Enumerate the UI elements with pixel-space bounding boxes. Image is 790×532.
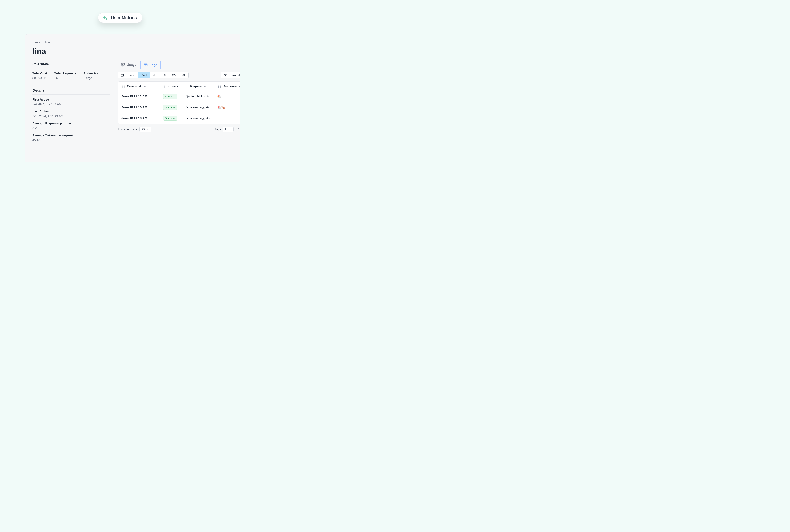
detail-label-first-active: First Active xyxy=(32,98,110,101)
show-filters-button[interactable]: Show Filte xyxy=(220,72,240,78)
page-of-label: of 1 xyxy=(235,128,240,131)
detail-value-avg-requests: 3.20 xyxy=(32,127,110,130)
calendar-icon xyxy=(121,74,124,77)
cell-created: June 18 11:10 AM xyxy=(121,116,163,120)
detail-label-last-active: Last Active xyxy=(32,110,110,113)
sort-icon xyxy=(144,84,146,88)
detail-value-avg-tokens: 45.1875 xyxy=(32,138,110,142)
sort-icon xyxy=(204,84,206,88)
cell-status: Success xyxy=(163,94,185,99)
tab-usage-label: Usage xyxy=(127,63,136,67)
svg-rect-9 xyxy=(121,74,124,76)
cell-status: Success xyxy=(163,105,185,110)
filter-icon xyxy=(224,74,227,77)
page-input[interactable]: 1 xyxy=(223,127,234,132)
detail-value-first-active: 5/9/2024, 4:27:44 AM xyxy=(32,102,110,106)
col-status[interactable]: ⋮⋮ Status xyxy=(163,84,185,88)
col-created-at[interactable]: ⋮⋮ Created At xyxy=(121,84,163,88)
col-response[interactable]: ⋮⋮ Response xyxy=(217,84,240,88)
table-row[interactable]: June 18 11:10 AM Success If chicken nugg… xyxy=(118,102,240,113)
cell-status: Success xyxy=(163,116,185,120)
cell-request: If junior chicken is … xyxy=(185,95,217,98)
tab-usage[interactable]: Usage xyxy=(118,61,140,69)
stat-label-total-requests: Total Requests xyxy=(54,72,76,75)
logs-table: ⋮⋮ Created At ⋮⋮ Status ⋮⋮ Requ xyxy=(118,81,240,124)
svg-rect-5 xyxy=(144,64,147,66)
user-metrics-title: User Metrics xyxy=(111,15,137,20)
cell-response: 🐔🍗 xyxy=(217,106,240,109)
stat-label-total-cost: Total Cost xyxy=(32,72,47,75)
drag-handle-icon: ⋮⋮ xyxy=(163,85,167,88)
drag-handle-icon: ⋮⋮ xyxy=(121,85,126,88)
sort-icon xyxy=(239,84,240,88)
svg-point-3 xyxy=(106,18,107,20)
breadcrumb: Users › lina xyxy=(32,41,240,44)
rows-per-page-select[interactable]: 25 xyxy=(139,127,152,132)
tab-logs-label: Logs xyxy=(150,63,157,67)
drag-handle-icon: ⋮⋮ xyxy=(217,85,221,88)
col-request[interactable]: ⋮⋮ Request xyxy=(185,84,217,88)
detail-label-avg-tokens: Average Tokens per request xyxy=(32,134,110,137)
table-row[interactable]: June 18 11:10 AM Success If chicken nugg… xyxy=(118,113,240,124)
cell-request: If chicken nuggets… xyxy=(185,106,217,109)
time-range-segmented: Custom 24H 7D 1M 3M All xyxy=(118,72,189,78)
cell-response: 🐔 xyxy=(217,95,240,98)
detail-label-avg-requests: Average Requests per day xyxy=(32,122,110,125)
stat-value-total-requests: 16 xyxy=(54,76,76,80)
user-metrics-badge: User Metrics xyxy=(98,13,142,23)
stat-value-active-for: 5 days xyxy=(83,76,98,80)
cell-created: June 18 11:11 AM xyxy=(121,95,163,98)
rows-per-page-label: Rows per page xyxy=(118,128,137,131)
table-user-icon xyxy=(102,15,108,20)
presentation-chart-icon xyxy=(121,63,125,67)
stat-label-active-for: Active For xyxy=(83,72,98,75)
page-title: lina xyxy=(32,47,240,56)
details-heading: Details xyxy=(32,88,110,95)
status-badge: Success xyxy=(163,105,177,110)
range-1m-button[interactable]: 1M xyxy=(159,72,169,78)
page-label: Page xyxy=(214,128,221,131)
table-row[interactable]: June 18 11:11 AM Success If junior chick… xyxy=(118,91,240,102)
range-custom-button[interactable]: Custom xyxy=(118,72,138,78)
chevron-right-icon: › xyxy=(42,41,43,44)
stat-value-total-cost: $0.000611 xyxy=(32,76,47,80)
chevron-down-icon xyxy=(147,128,149,131)
overview-heading: Overview xyxy=(32,62,110,68)
range-3m-button[interactable]: 3M xyxy=(169,72,179,78)
table-icon xyxy=(144,63,148,67)
cell-created: June 18 11:10 AM xyxy=(121,106,163,109)
breadcrumb-root[interactable]: Users xyxy=(32,41,40,44)
cell-request: If chicken nuggets… xyxy=(185,116,217,120)
breadcrumb-current: lina xyxy=(45,41,50,44)
table-header: ⋮⋮ Created At ⋮⋮ Status ⋮⋮ Requ xyxy=(118,81,240,91)
range-7d-button[interactable]: 7D xyxy=(150,72,159,78)
detail-value-last-active: 6/18/2024, 4:11:49 AM xyxy=(32,114,110,118)
drag-handle-icon: ⋮⋮ xyxy=(185,85,189,88)
main-panel: Users › lina lina Overview Total Cost $0… xyxy=(24,34,240,162)
range-24h-button[interactable]: 24H xyxy=(138,72,150,78)
status-badge: Success xyxy=(163,94,177,99)
status-badge: Success xyxy=(163,116,177,120)
range-all-button[interactable]: All xyxy=(179,72,188,78)
tab-logs[interactable]: Logs xyxy=(140,61,160,69)
